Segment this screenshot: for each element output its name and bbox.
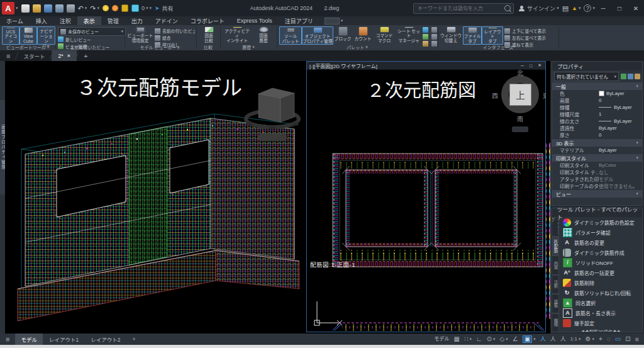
panel-label-model-viewports[interactable]: モデル ビューポート — [125, 44, 196, 50]
visual-styles-icon[interactable] — [423, 34, 428, 40]
chevron-down-icon[interactable]: ▾ — [493, 337, 496, 342]
command-macros-button[interactable]: コマンド マクロ — [374, 26, 395, 43]
undo-icon[interactable]: ↶ — [78, 5, 84, 12]
save-as-icon[interactable] — [55, 4, 64, 13]
chevron-down-icon[interactable]: ▾ — [85, 6, 87, 11]
bulb-half-icon[interactable] — [112, 5, 118, 11]
tile-vertically-button[interactable]: 左右に並べて表示 — [504, 35, 557, 41]
compass-south[interactable]: 南 — [517, 114, 523, 123]
designcenter-icon[interactable] — [423, 27, 428, 33]
window-switch-button[interactable]: ウィンドウ 切替え — [440, 26, 462, 43]
property-row-plot-table-type[interactable]: 印刷テーブルのタ...使用できません。 — [552, 182, 642, 189]
file-tab-active-doc[interactable]: 2* ✕ — [52, 50, 77, 61]
tool-parameter-check[interactable]: パラメータ確認 — [560, 227, 642, 237]
section-general[interactable]: 一般▾ — [552, 82, 642, 90]
autocad-logo-icon[interactable]: A — [2, 2, 14, 14]
section-view[interactable]: ビュー▾ — [552, 190, 642, 198]
chevron-down-icon[interactable]: ▾ — [150, 6, 152, 11]
navbar-toggle[interactable]: ナビゲーション バー — [37, 26, 55, 45]
property-row-plot-attached[interactable]: アタッチされた印...モデル — [552, 176, 642, 182]
file-tab-start[interactable]: スタート — [17, 50, 51, 61]
hardware-acceleration-icon[interactable]: ▭ — [615, 336, 621, 342]
property-row-layer[interactable]: 画層0 — [552, 97, 642, 104]
compass-west[interactable]: 西 — [492, 91, 498, 100]
palette-tab-architecture[interactable]: 建築 — [552, 294, 559, 313]
chevron-down-icon[interactable]: ▾ — [579, 337, 581, 342]
tile-horizontally-button[interactable]: 上下に並べて表示 — [504, 28, 557, 34]
join-viewports-button[interactable]: 結合 — [155, 35, 195, 41]
select-objects-icon[interactable] — [628, 74, 633, 79]
file-tabs-toggle[interactable]: ファイル タブ — [463, 26, 482, 45]
chevron-down-icon[interactable]: ▾ — [341, 18, 343, 23]
menu-tab-view[interactable]: 表示 — [77, 16, 101, 25]
drawing-history-button[interactable]: 図面 履歴 — [253, 26, 274, 43]
viewport-2d-titlebar[interactable]: [-][平面図][2D ワイヤフレーム] ─ □ ✕ — [307, 62, 545, 70]
snap-toggle-icon[interactable]: ∷ — [464, 336, 468, 342]
grid-toggle-icon[interactable]: ▦ — [454, 336, 460, 342]
tool-show-rebar-name-length[interactable]: A鉄筋名・長さ表示 — [560, 308, 642, 318]
tool-palette-header[interactable]: ツール パレット - すべてのパレット — [552, 208, 642, 217]
annotation-visibility-icon[interactable]: 人 — [540, 337, 546, 342]
chevron-down-icon[interactable]: ▾ — [533, 337, 536, 342]
palette-tab-modeling[interactable]: モデリング — [552, 217, 559, 237]
property-row-lineweight[interactable]: 線の太さByLayer — [552, 118, 642, 125]
wcs-dropdown[interactable] — [512, 126, 528, 132]
viewport-2d-label[interactable]: [-][平面図][2D ワイヤフレーム] — [309, 62, 377, 69]
chevron-down-icon[interactable]: ▾ — [146, 6, 148, 11]
close-tab-icon[interactable]: ✕ — [67, 53, 70, 59]
isodraft-icon[interactable]: ◇ — [500, 336, 505, 342]
panel-label-palettes[interactable]: パレット▾ — [277, 44, 438, 50]
redo-icon[interactable]: ↷ — [90, 5, 96, 12]
viewcube-3d[interactable] — [244, 65, 304, 142]
tool-dynamic-rebar-color[interactable]: ダイナミック鉄筋の色設定 — [560, 217, 642, 227]
tool-dynamic-rebar-create[interactable]: ダイナミック鉄筋作成 — [560, 247, 642, 257]
layout-tab-layout1[interactable]: レイアウト1 — [43, 334, 84, 345]
object-snap-tracking-icon[interactable]: ∠ — [513, 336, 518, 342]
share-icon[interactable]: ➤ — [155, 6, 160, 11]
tool-delete-rebar[interactable]: 鉄筋削除 — [560, 278, 642, 288]
tool-rename-rebar[interactable]: A鉄筋名の変更 — [560, 237, 642, 247]
layout-menu-icon[interactable]: ≡ — [0, 334, 15, 345]
compass-top-face[interactable]: 上 — [509, 84, 531, 106]
clean-screen-icon[interactable]: ⊡ — [625, 336, 630, 342]
property-row-transparency[interactable]: 透過性ByLayer — [552, 125, 642, 132]
annotation-autoscale-icon[interactable]: 人 — [550, 337, 556, 342]
close-button[interactable]: ✕ — [628, 0, 644, 16]
drawing-compare-button[interactable]: 図面 比較 — [198, 26, 219, 43]
tool-batch-rename-rebar[interactable]: A°鉄筋名の一括変更 — [560, 267, 642, 278]
notification-icon[interactable]: ▲ — [572, 6, 577, 11]
sun-properties-icon[interactable] — [431, 34, 437, 40]
file-tabs-menu-icon[interactable]: ≡ — [0, 50, 16, 61]
annotation-scale-icon[interactable]: 人 — [560, 337, 566, 342]
restore-button[interactable]: □ — [611, 0, 628, 16]
customization-icon[interactable]: ≡ — [635, 336, 639, 343]
plot-icon[interactable] — [67, 4, 75, 13]
menu-tab-home[interactable]: ホーム — [0, 16, 30, 25]
property-row-color[interactable]: 色ByLayer — [552, 90, 642, 97]
tool-palettes-button[interactable]: ツール パレット — [279, 26, 302, 45]
panel-label-history[interactable]: 履歴▾ — [220, 44, 277, 50]
chevron-down-icon[interactable]: ▾ — [579, 6, 581, 11]
search-box[interactable] — [413, 3, 514, 14]
signin-label[interactable]: サインイン — [527, 4, 555, 13]
sheet-set-manager-button[interactable]: シート セット マネージャ — [396, 26, 421, 43]
chevron-down-icon[interactable]: ▾ — [97, 6, 99, 11]
chevron-down-icon[interactable]: ▾ — [557, 6, 559, 11]
viewcube-2d[interactable]: 上 北 西 東 南 — [492, 70, 550, 134]
quick-select-icon[interactable] — [621, 74, 626, 79]
annotation-monitor-icon[interactable]: + — [599, 336, 602, 342]
panel-label-interface[interactable]: インタフェース — [438, 44, 558, 50]
ribbon-overflow-control[interactable]: ▾ — [325, 16, 343, 25]
restore-icon[interactable]: □ — [530, 64, 532, 68]
property-row-thickness[interactable]: 厚さ0 — [552, 132, 642, 138]
panel-label-compare[interactable]: 比較 — [196, 44, 220, 50]
lock-icon[interactable] — [121, 4, 128, 12]
search-icon[interactable] — [504, 5, 511, 11]
property-row-plot-table[interactable]: 印刷スタイル テ...なし — [552, 169, 642, 176]
menu-tab-express-tools[interactable]: Express Tools — [231, 16, 279, 25]
new-layout-button[interactable]: + — [126, 334, 141, 345]
palette-tab-mechanical[interactable]: 機械 — [552, 313, 559, 333]
properties-header[interactable]: プロパティ — [552, 62, 642, 70]
bulb-on-icon[interactable] — [103, 5, 109, 11]
menu-tab-featured-apps[interactable]: 注目アプリ — [279, 16, 319, 25]
